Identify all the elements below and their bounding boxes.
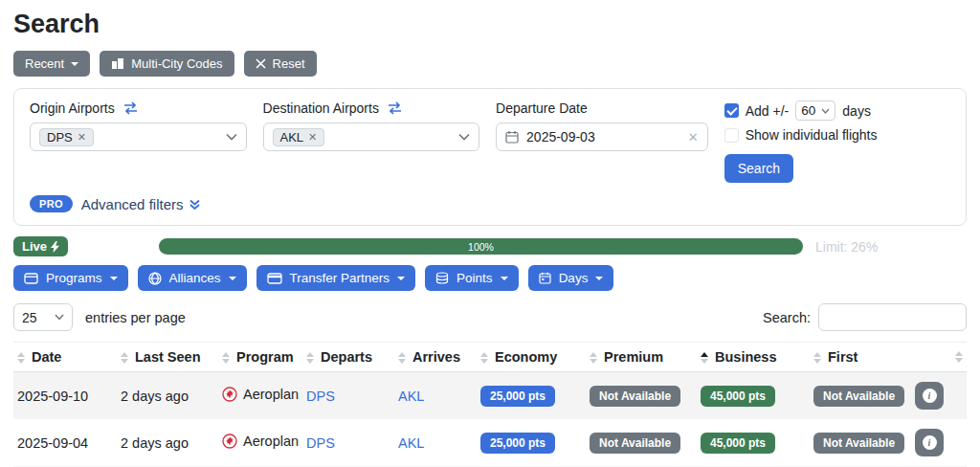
first-cell: Not Available: [810, 419, 911, 466]
sort-arrows-icon: [17, 352, 25, 364]
column-header-premium[interactable]: Premium: [586, 343, 697, 372]
destination-airport-tag: AKL ✕: [273, 128, 325, 146]
chevron-down-icon: [226, 133, 237, 141]
departure-date-field: Departure Date 2025-09-03 ✕: [496, 100, 708, 183]
column-header-arrives[interactable]: Arrives: [394, 343, 477, 372]
swap-airports-icon[interactable]: [387, 101, 403, 115]
info-button[interactable]: i: [915, 382, 944, 410]
arrives-cell: AKL: [394, 372, 477, 420]
search-button[interactable]: Search: [724, 154, 793, 183]
program-cell: Aeroplan: [218, 419, 302, 466]
departure-date-value: 2025-09-03: [526, 129, 595, 145]
alliances-icon: [148, 272, 162, 285]
last-seen-cell: 2 days ago: [117, 372, 218, 420]
add-days-label: Add +/-: [746, 103, 790, 119]
show-individual-flights-checkbox[interactable]: [724, 128, 739, 143]
programs-icon: [24, 273, 38, 284]
remove-destination-tag-icon[interactable]: ✕: [308, 131, 317, 144]
entries-per-page-select[interactable]: 25: [13, 303, 73, 331]
days-filter-button[interactable]: Days: [528, 265, 614, 291]
actions-cell: i: [911, 419, 967, 466]
recent-button[interactable]: Recent: [13, 51, 90, 77]
points-filter-button[interactable]: Points: [425, 265, 519, 291]
caret-down-icon: [110, 277, 118, 280]
sort-arrows-icon: [306, 352, 314, 364]
last-seen-cell: 2 days ago: [117, 419, 218, 466]
column-header-last-seen[interactable]: Last Seen: [117, 343, 218, 372]
economy-badge: 25,000 pts: [480, 433, 555, 454]
departs-airport-link[interactable]: DPS: [306, 389, 335, 404]
destination-airports-label: Destination Airports: [263, 100, 379, 116]
actions-cell: i: [911, 372, 967, 420]
transfer-partners-icon: [267, 273, 282, 284]
origin-airports-field: Origin Airports DPS ✕: [30, 100, 247, 183]
column-header-economy[interactable]: Economy: [477, 343, 586, 372]
multi-city-codes-button[interactable]: Multi-City Codes: [100, 51, 234, 77]
table-header-row: DateLast SeenProgramDepartsArrivesEconom…: [13, 343, 967, 372]
departs-cell: DPS: [302, 419, 394, 466]
info-button[interactable]: i: [915, 429, 944, 456]
programs-filter-button[interactable]: Programs: [13, 265, 128, 291]
caret-down-icon: [71, 62, 78, 66]
departure-date-input[interactable]: 2025-09-03 ✕: [496, 122, 708, 151]
filter-buttons: ProgramsAlliancesTransfer PartnersPoints…: [13, 265, 967, 291]
arrives-airport-link[interactable]: AKL: [398, 389, 424, 404]
aeroplan-logo-icon: [222, 387, 237, 402]
departs-airport-link[interactable]: DPS: [306, 435, 335, 451]
top-toolbar: Recent Multi-City Codes Reset: [13, 51, 967, 77]
remove-origin-tag-icon[interactable]: ✕: [78, 131, 86, 144]
results-table: DateLast SeenProgramDepartsArrivesEconom…: [13, 342, 967, 467]
page-title: Search: [13, 10, 967, 39]
caret-down-icon: [229, 277, 236, 280]
caret-down-icon: [595, 277, 603, 280]
x-icon: [256, 58, 266, 69]
departure-date-label: Departure Date: [496, 100, 588, 116]
search-options: Add +/- 60 days Show individual flights …: [724, 100, 950, 183]
economy-badge: 25,000 pts: [480, 386, 555, 407]
advanced-filters-row: PRO Advanced filters: [30, 195, 950, 212]
results-table-body: 2025-09-10 2 days ago Aeroplan DPS AKL 2…: [13, 372, 967, 467]
city-buildings-icon: [111, 57, 124, 70]
search-form-card: Origin Airports DPS ✕ D: [13, 88, 967, 226]
clear-date-icon[interactable]: ✕: [688, 130, 699, 145]
first-badge: Not Available: [813, 433, 904, 454]
column-header-departs[interactable]: Departs: [302, 343, 394, 372]
lightning-bolt-icon: [51, 241, 59, 253]
swap-airports-icon[interactable]: [122, 101, 139, 115]
origin-airports-select[interactable]: DPS ✕: [30, 122, 247, 151]
chevron-down-icon: [458, 133, 470, 141]
search-page: Search Recent Multi-City Codes Reset Ori…: [0, 0, 980, 467]
transfer-partners-filter-button[interactable]: Transfer Partners: [256, 265, 416, 291]
status-row: Live 100% Limit: 26%: [13, 236, 967, 256]
advanced-filters-link[interactable]: Advanced filters: [81, 196, 202, 212]
destination-airports-select[interactable]: AKL ✕: [263, 122, 480, 151]
first-badge: Not Available: [813, 386, 904, 407]
live-badge: Live: [13, 236, 68, 256]
days-range-select[interactable]: 60: [795, 100, 835, 121]
business-badge: 45,000 pts: [701, 386, 775, 407]
economy-cell: 25,000 pts: [477, 419, 586, 466]
arrives-cell: AKL: [394, 419, 477, 466]
caret-down-icon: [397, 277, 405, 280]
business-cell: 45,000 pts: [697, 372, 810, 420]
reset-button[interactable]: Reset: [244, 51, 317, 77]
column-header-business[interactable]: Business: [697, 343, 810, 372]
column-header-date[interactable]: Date: [13, 343, 117, 372]
table-search-input[interactable]: [818, 303, 967, 331]
alliances-filter-button[interactable]: Alliances: [138, 265, 247, 291]
days-icon: [539, 272, 551, 284]
sort-arrows-icon: [701, 352, 708, 364]
add-days-checkbox[interactable]: [724, 103, 739, 118]
column-header-actions[interactable]: [911, 343, 967, 372]
sort-arrows-icon: [222, 352, 230, 364]
economy-cell: 25,000 pts: [477, 372, 586, 420]
calendar-icon: [505, 130, 519, 144]
entries-per-page-label: entries per page: [85, 310, 186, 325]
show-individual-flights-label: Show individual flights: [746, 127, 878, 143]
sort-arrows-icon: [398, 352, 406, 364]
arrives-airport-link[interactable]: AKL: [398, 435, 424, 451]
limit-text: Limit: 26%: [815, 239, 967, 255]
column-header-first[interactable]: First: [810, 343, 911, 372]
column-header-program[interactable]: Program: [218, 343, 302, 372]
premium-badge: Not Available: [590, 386, 680, 407]
